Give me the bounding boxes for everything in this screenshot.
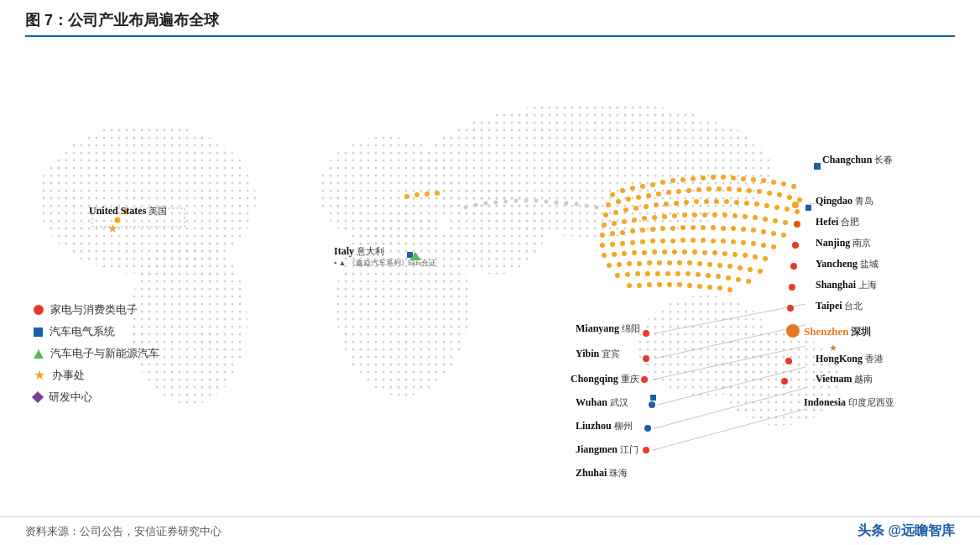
svg-point-17 [680,177,685,182]
svg-point-145 [637,261,642,266]
svg-point-151 [697,261,702,266]
label-united-states: United States 美国 [89,205,167,218]
svg-point-27 [781,181,786,186]
svg-point-126 [612,252,617,257]
svg-point-15 [660,180,665,185]
svg-point-208 [644,425,651,432]
svg-point-45 [767,191,772,196]
svg-point-22 [731,176,736,181]
svg-point-99 [711,225,716,230]
svg-point-89 [610,231,615,236]
svg-point-206 [641,376,648,383]
page-container: 图 7：公司产业布局遍布全球 [0,0,980,545]
label-taipei: Taipei 台北 [816,300,863,313]
svg-point-148 [667,260,672,265]
svg-point-195 [786,324,800,338]
svg-point-91 [630,228,635,233]
label-wuhan: Wuhan 武汉 [576,396,628,410]
svg-point-218 [474,203,478,207]
svg-point-37 [686,188,691,193]
svg-point-203 [781,378,788,385]
svg-point-82 [732,213,738,218]
svg-point-6 [420,102,772,237]
svg-point-110 [630,240,635,245]
svg-rect-191 [650,395,656,401]
svg-point-221 [504,200,508,204]
svg-point-18 [691,176,696,181]
label-chongqing: Chongqing 重庆 [571,373,639,386]
svg-line-215 [653,409,805,450]
svg-point-87 [783,220,788,225]
svg-point-66 [774,205,779,210]
svg-point-184 [414,192,420,197]
svg-point-107 [600,243,605,248]
svg-point-67 [785,207,790,212]
svg-point-114 [670,238,675,244]
svg-point-141 [763,256,768,261]
svg-point-115 [680,238,685,243]
svg-point-133 [682,249,687,254]
svg-point-220 [494,201,498,205]
svg-point-108 [610,242,615,247]
svg-point-44 [757,189,762,194]
svg-point-88 [600,233,605,238]
svg-point-161 [645,271,650,276]
svg-point-116 [691,238,696,243]
svg-point-163 [665,271,670,276]
svg-point-175 [657,282,662,287]
footer-source: 资料来源：公司公告，安信证券研究中心 [25,524,222,539]
svg-point-147 [657,260,662,265]
svg-point-10 [610,192,615,197]
svg-point-71 [622,219,627,224]
svg-point-173 [637,283,642,288]
svg-point-177 [677,282,682,287]
svg-point-95 [670,226,675,231]
svg-point-140 [753,254,758,259]
footer-watermark: 头条 @远瞻智库 [858,522,955,540]
svg-point-61 [724,199,729,204]
svg-point-223 [524,199,529,203]
svg-point-64 [754,202,759,207]
svg-point-86 [773,218,778,223]
svg-point-109 [620,241,625,246]
svg-point-119 [721,238,726,244]
label-italy: Italy 意大利 ▪ ▲ 《鑫焱汽车系列》hkfs合证 [334,245,436,268]
svg-point-144 [627,261,632,266]
svg-point-182 [727,287,732,292]
svg-point-19 [701,176,706,181]
svg-point-38 [696,187,701,192]
svg-point-35 [666,190,671,195]
svg-point-123 [761,243,766,248]
svg-rect-189 [814,163,821,170]
svg-point-138 [732,252,738,257]
svg-point-47 [787,195,792,200]
svg-point-172 [627,283,632,288]
svg-point-57 [684,200,689,205]
svg-point-98 [701,225,706,230]
svg-point-135 [702,250,707,255]
svg-point-103 [751,228,756,233]
label-shanghai: Shanghai 上海 [816,279,877,292]
legend-item-rd-center: 研发中心 [34,390,159,405]
svg-point-63 [744,201,749,206]
svg-point-33 [646,193,651,198]
svg-point-136 [712,250,717,255]
title-area: 图 7：公司产业布局遍布全球 [25,0,955,37]
svg-point-124 [771,244,776,249]
svg-point-199 [790,263,797,270]
svg-point-228 [575,202,579,207]
label-shenzhen: Shenzhen 深圳 [804,325,871,339]
svg-point-122 [751,241,756,246]
svg-point-168 [716,274,721,279]
legend-item-home-electronics: 家电与消费类电子 [34,302,159,317]
svg-point-201 [787,305,794,312]
svg-point-113 [660,238,665,244]
svg-point-112 [650,238,655,244]
label-jiangmen: Jiangmen 江门 [576,443,639,457]
map-area: United States 美国 ★ Italy 意大利 ▪ ▲ 《鑫焱汽车系列… [25,44,955,455]
label-yancheng: Yancheng 盐城 [816,258,878,271]
svg-point-16 [670,178,675,183]
svg-point-59 [704,199,709,204]
svg-point-150 [687,260,692,265]
svg-point-101 [731,226,736,231]
